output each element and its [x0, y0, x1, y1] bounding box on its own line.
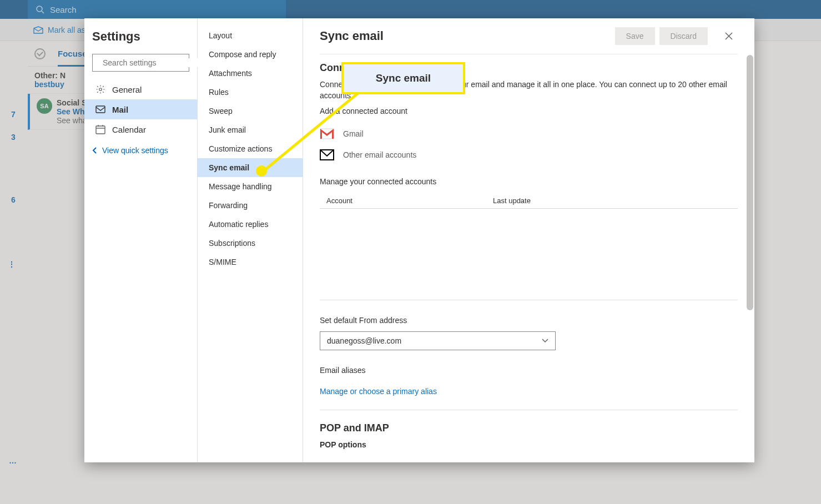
- settings-subcategories: LayoutCompose and replyAttachmentsRulesS…: [198, 18, 303, 462]
- settings-categories: Settings General Mail Calendar View quic…: [84, 18, 198, 462]
- manage-aliases-link[interactable]: Manage or choose a primary alias: [320, 387, 437, 396]
- sub-item-automatic-replies[interactable]: Automatic replies: [198, 215, 303, 234]
- category-label: General: [112, 85, 142, 94]
- settings-title: Settings: [92, 29, 189, 44]
- sub-item-customize-actions[interactable]: Customize actions: [198, 139, 303, 158]
- settings-search-input[interactable]: [103, 58, 200, 67]
- col-account: Account: [326, 196, 493, 205]
- email-aliases-heading: Email aliases: [320, 366, 738, 375]
- category-label: Mail: [112, 105, 128, 114]
- other-email-label: Other email accounts: [343, 150, 416, 159]
- col-last-update: Last update: [493, 196, 531, 205]
- sub-item-s-mime[interactable]: S/MIME: [198, 253, 303, 271]
- category-mail[interactable]: Mail: [84, 99, 197, 119]
- default-from-label: Set default From address: [320, 316, 738, 325]
- mail-icon: [95, 105, 105, 113]
- save-button[interactable]: Save: [615, 27, 655, 45]
- annotation-callout: Sync email: [341, 62, 465, 94]
- sub-item-layout[interactable]: Layout: [198, 26, 303, 45]
- calendar-icon: [95, 124, 105, 134]
- sub-item-sync-email[interactable]: Sync email: [198, 158, 303, 177]
- connected-accounts-table-header: Account Last update: [320, 193, 738, 209]
- pane-title: Sync email: [320, 29, 384, 43]
- sub-item-forwarding[interactable]: Forwarding: [198, 196, 303, 215]
- chevron-down-icon: [542, 339, 548, 343]
- close-button[interactable]: [720, 27, 738, 45]
- section-divider: [320, 300, 738, 300]
- sub-item-compose-and-reply[interactable]: Compose and reply: [198, 45, 303, 64]
- svg-rect-6: [96, 126, 105, 134]
- add-other-email-button[interactable]: Other email accounts: [320, 144, 738, 165]
- close-icon: [725, 32, 733, 40]
- add-connected-label: Add a connected account: [320, 107, 738, 115]
- sub-item-rules[interactable]: Rules: [198, 83, 303, 102]
- pop-imap-heading: POP and IMAP: [320, 422, 738, 434]
- scrollbar[interactable]: [747, 55, 753, 310]
- sub-item-attachments[interactable]: Attachments: [198, 64, 303, 83]
- section-divider: [320, 410, 738, 410]
- connected-accounts-table-body: [320, 209, 738, 286]
- discard-button[interactable]: Discard: [659, 27, 708, 45]
- mail-icon: [320, 149, 334, 160]
- gmail-label: Gmail: [343, 129, 364, 138]
- quick-settings-label: View quick settings: [102, 146, 168, 155]
- sub-item-subscriptions[interactable]: Subscriptions: [198, 234, 303, 253]
- svg-point-4: [99, 88, 102, 91]
- sub-item-sweep[interactable]: Sweep: [198, 102, 303, 120]
- annotation-dot: [256, 165, 267, 177]
- category-calendar[interactable]: Calendar: [92, 119, 189, 139]
- sub-item-message-handling[interactable]: Message handling: [198, 177, 303, 196]
- callout-text: Sync email: [376, 72, 431, 84]
- default-from-dropdown[interactable]: duanegoss@live.com: [320, 331, 556, 350]
- svg-rect-5: [96, 106, 105, 113]
- gear-icon: [95, 84, 105, 94]
- add-gmail-button[interactable]: Gmail: [320, 123, 738, 144]
- gmail-icon: [320, 128, 334, 139]
- default-from-value: duanegoss@live.com: [327, 336, 401, 345]
- sub-item-junk-email[interactable]: Junk email: [198, 120, 303, 139]
- chevron-left-icon: [92, 147, 98, 154]
- settings-search[interactable]: [92, 54, 189, 72]
- category-general[interactable]: General: [92, 79, 189, 99]
- category-label: Calendar: [112, 125, 146, 134]
- pop-options-label: POP options: [320, 440, 738, 451]
- manage-connected-label: Manage your connected accounts: [320, 177, 738, 188]
- view-quick-settings-link[interactable]: View quick settings: [92, 146, 189, 155]
